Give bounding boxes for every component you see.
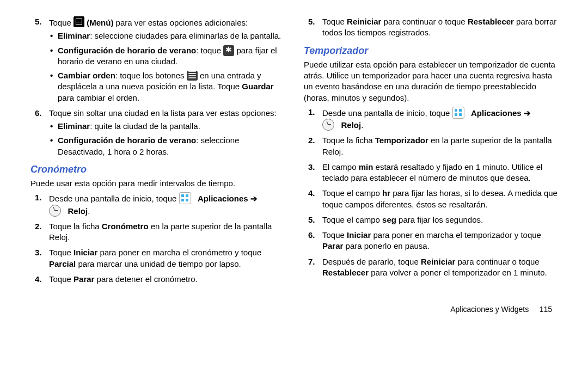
step5-pre: Toque <box>49 18 74 27</box>
menu-icon <box>74 16 84 27</box>
step-5: Toque (Menú) para ver estas opciones adi… <box>30 16 284 103</box>
left-column: Toque (Menú) para ver estas opciones adi… <box>30 16 284 289</box>
bullet-orden: Cambiar orden: toque los botones en una … <box>49 70 284 103</box>
apps-icon <box>179 192 191 204</box>
crono-steps-continued: Toque Reiniciar para continuar o toque R… <box>304 16 558 39</box>
menu-label: (Menú) <box>87 18 113 27</box>
crono-step-5: Toque Reiniciar para continuar o toque R… <box>304 16 558 39</box>
page-number: 115 <box>540 305 552 314</box>
bullet-dst: Configuración de horario de verano: toqu… <box>49 45 284 68</box>
step6-text: Toque sin soltar una ciudad en la lista … <box>49 108 277 118</box>
bullet-dst2: Configuración de horario de verano: sele… <box>49 135 284 157</box>
reloj-steps-continued: Toque (Menú) para ver estas opciones adi… <box>30 16 284 157</box>
arrow-icon: ➔ <box>524 108 531 118</box>
temporizador-intro: Puede utilizar esta opción para establec… <box>304 59 558 103</box>
clock-icon <box>49 205 61 217</box>
bullet-eliminar: Eliminar: seleccione ciudades para elimi… <box>49 30 284 41</box>
cronometro-title: Cronómetro <box>30 163 284 176</box>
footer-section: Aplicaciones y Widgets <box>450 305 529 314</box>
step5-bullets: Eliminar: seleccione ciudades para elimi… <box>49 30 284 103</box>
step5-post: para ver estas opciones adicionales: <box>116 18 248 27</box>
temp-step-3: El campo min estará resaltado y fijado e… <box>304 162 558 184</box>
cronometro-steps: Desde una pantalla de inicio, toque Apli… <box>30 192 284 285</box>
crono-step-4: Toque Parar para detener el cronómetro. <box>30 274 284 285</box>
page-footer: Aplicaciones y Widgets 115 <box>30 304 558 315</box>
temporizador-title: Temporizador <box>304 44 558 57</box>
temporizador-steps: Desde una pantalla de inicio, toque Apli… <box>304 107 558 278</box>
bullet-eliminar2: Eliminar: quite la ciudad de la pantalla… <box>49 121 284 132</box>
crono-step-1: Desde una pantalla de inicio, toque Apli… <box>30 192 284 217</box>
clock-icon <box>322 119 334 131</box>
temp-step-5: Toque el campo seg para fijar los segund… <box>304 215 558 225</box>
arrow-icon: ➔ <box>250 194 258 203</box>
temp-step-7: Después de pararlo, toque Reiniciar para… <box>304 256 558 279</box>
drag-handle-icon <box>187 71 198 81</box>
step6-bullets: Eliminar: quite la ciudad de la pantalla… <box>49 121 284 157</box>
crono-step-2: Toque la ficha Cronómetro en la parte su… <box>30 221 284 243</box>
temp-step-2: Toque la ficha Temporizador en la parte … <box>304 135 558 157</box>
dst-icon <box>223 45 234 56</box>
page-columns: Toque (Menú) para ver estas opciones adi… <box>30 16 558 289</box>
temp-step-6: Toque Iniciar para poner en marcha el te… <box>304 230 558 252</box>
temp-step-4: Toque el campo hr para fijar las horas, … <box>304 188 558 210</box>
crono-step-3: Toque Iniciar para poner en marcha el cr… <box>30 247 284 270</box>
cronometro-intro: Puede usar esta opción para medir interv… <box>30 178 284 189</box>
apps-icon <box>452 107 464 119</box>
right-column: Toque Reiniciar para continuar o toque R… <box>304 16 558 289</box>
temp-step-1: Desde una pantalla de inicio, toque Apli… <box>304 107 558 131</box>
step-6: Toque sin soltar una ciudad en la lista … <box>30 108 284 157</box>
